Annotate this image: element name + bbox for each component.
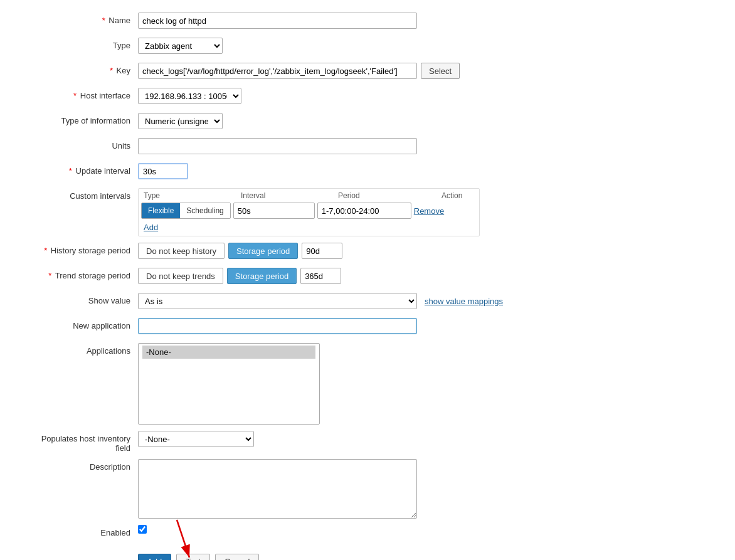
key-control: Select [138, 63, 460, 79]
type-row: Type Zabbix agent Zabbix agent (active) … [25, 38, 710, 56]
red-arrow-indicator [158, 517, 214, 560]
history-storage-period-button[interactable]: Storage period [228, 243, 298, 259]
ci-period-input[interactable] [317, 203, 411, 219]
ci-header: Type Interval Period Action [141, 191, 477, 200]
enabled-row: Enabled [25, 525, 710, 544]
units-label: Units [25, 138, 138, 151]
inventory-label: Populates host inventory field [25, 431, 138, 453]
description-row: Description [25, 459, 710, 519]
name-control [138, 13, 417, 29]
trend-period-input[interactable] [300, 268, 341, 284]
new-application-label: New application [25, 318, 138, 330]
show-value-label: Show value [25, 293, 138, 305]
history-label: * History storage period [25, 243, 138, 255]
key-select-button[interactable]: Select [421, 63, 460, 79]
ci-add-wrap: Add [141, 221, 477, 233]
svg-line-1 [177, 520, 189, 557]
applications-row: Applications -None- [25, 343, 710, 425]
key-input[interactable] [138, 63, 417, 79]
units-row: Units [25, 138, 710, 157]
description-label: Description [25, 459, 138, 472]
info-type-select[interactable]: Numeric (unsigned) Numeric (float) Chara… [138, 113, 223, 129]
key-row: * Key Select [25, 63, 710, 82]
ci-header-period: Period [336, 191, 439, 200]
name-input[interactable] [138, 13, 417, 29]
trend-row: * Trend storage period Do not keep trend… [25, 268, 710, 287]
new-application-input[interactable] [138, 318, 417, 334]
show-value-select[interactable]: As is [138, 293, 417, 309]
inventory-select[interactable]: -None- [138, 431, 254, 447]
units-control [138, 138, 417, 154]
bottom-buttons: Add Test Cancel [138, 554, 710, 560]
inventory-control: -None- [138, 431, 254, 447]
host-interface-control: 192.168.96.133 : 10050 [138, 88, 241, 104]
trend-control: Do not keep trends Storage period [138, 268, 341, 284]
update-interval-input[interactable] [138, 163, 188, 179]
enabled-control [138, 525, 164, 534]
show-value-mappings-link[interactable]: show value mappings [425, 297, 503, 306]
description-control [138, 459, 417, 519]
update-interval-row: * Update interval [25, 163, 710, 182]
update-interval-label: * Update interval [25, 163, 138, 176]
host-interface-select[interactable]: 192.168.96.133 : 10050 [138, 88, 241, 104]
info-type-label: Type of information [25, 113, 138, 125]
ci-add-button[interactable]: Add [141, 221, 161, 233]
name-required-star: * [102, 16, 105, 25]
new-application-control [138, 318, 417, 334]
ci-interval-input[interactable] [233, 203, 315, 219]
ci-remove-button[interactable]: Remove [414, 206, 444, 216]
type-label: Type [25, 38, 138, 50]
ci-header-type: Type [141, 191, 238, 200]
custom-intervals-table: Type Interval Period Action Flexible Sch… [138, 188, 480, 236]
description-textarea[interactable] [138, 459, 417, 519]
history-required-star: * [44, 246, 47, 255]
type-select[interactable]: Zabbix agent Zabbix agent (active) Simpl… [138, 38, 223, 54]
info-type-control: Numeric (unsigned) Numeric (float) Chara… [138, 113, 223, 129]
custom-intervals-row: Custom intervals Type Interval Period Ac… [25, 188, 710, 236]
trend-label: * Trend storage period [25, 268, 138, 280]
key-required-star: * [110, 66, 113, 75]
history-do-not-keep-button[interactable]: Do not keep history [138, 243, 225, 259]
name-row: * Name [25, 13, 710, 31]
show-value-row: Show value As is show value mappings [25, 293, 710, 312]
ci-header-action: Action [439, 191, 477, 200]
scheduling-button[interactable]: Scheduling [180, 203, 230, 218]
update-interval-required-star: * [69, 166, 72, 176]
ci-header-interval: Interval [238, 191, 336, 200]
type-control: Zabbix agent Zabbix agent (active) Simpl… [138, 38, 223, 54]
name-label: * Name [25, 13, 138, 25]
host-interface-label: * Host interface [25, 88, 138, 100]
applications-control: -None- [138, 343, 320, 425]
trend-do-not-keep-button[interactable]: Do not keep trends [138, 268, 223, 284]
info-type-row: Type of information Numeric (unsigned) N… [25, 113, 710, 132]
item-form: * Name Type Zabbix agent Zabbix agent (a… [0, 0, 735, 560]
update-interval-control [138, 163, 188, 179]
units-input[interactable] [138, 138, 417, 154]
inventory-row: Populates host inventory field -None- [25, 431, 710, 453]
history-control: Do not keep history Storage period [138, 243, 342, 259]
custom-intervals-control: Type Interval Period Action Flexible Sch… [138, 188, 480, 236]
key-label: * Key [25, 63, 138, 75]
enabled-checkbox[interactable] [138, 525, 147, 534]
ci-type-buttons: Flexible Scheduling [141, 203, 231, 219]
cancel-button[interactable]: Cancel [215, 554, 259, 560]
custom-interval-row: Flexible Scheduling Remove [141, 203, 477, 219]
host-interface-required-star: * [73, 91, 77, 100]
history-period-input[interactable] [302, 243, 342, 259]
applications-listbox[interactable]: -None- [138, 343, 320, 425]
trend-storage-period-button[interactable]: Storage period [227, 268, 297, 284]
flexible-button[interactable]: Flexible [142, 203, 180, 218]
history-row: * History storage period Do not keep his… [25, 243, 710, 262]
applications-label: Applications [25, 343, 138, 356]
custom-intervals-label: Custom intervals [25, 188, 138, 201]
trend-required-star: * [48, 271, 51, 280]
new-application-row: New application [25, 318, 710, 337]
show-value-control: As is show value mappings [138, 293, 503, 309]
host-interface-row: * Host interface 192.168.96.133 : 10050 [25, 88, 710, 107]
enabled-label: Enabled [25, 525, 138, 537]
